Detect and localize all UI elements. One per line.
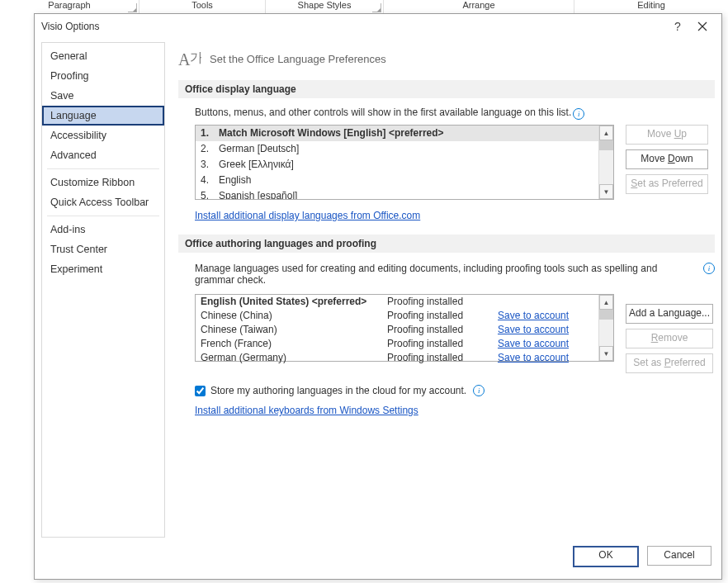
scroll-up-button[interactable]: ▲ (599, 295, 613, 310)
page-heading: A 가 Set the Office Language Preferences (178, 44, 715, 80)
ribbon-label: Paragraph (48, 0, 90, 10)
dialog-launcher-icon[interactable] (372, 3, 381, 12)
scroll-thumb[interactable] (599, 310, 613, 320)
close-button[interactable] (690, 14, 715, 39)
ribbon-label: Editing (637, 0, 665, 10)
display-language-desc: Buttons, menus, and other controls will … (195, 107, 715, 120)
nav-save[interactable]: Save (42, 86, 164, 106)
nav-trust-center[interactable]: Trust Center (42, 239, 164, 259)
nav-qat[interactable]: Quick Access Toolbar (42, 192, 164, 212)
ribbon-group-tools: Tools (139, 0, 266, 13)
store-in-cloud-row: Store my authoring languages in the clou… (195, 385, 715, 396)
nav-experiment[interactable]: Experiment (42, 259, 164, 279)
nav-language[interactable]: Language (42, 106, 164, 126)
list-item[interactable]: 3.Greek [Ελληνικά] (196, 157, 598, 173)
cancel-button[interactable]: Cancel (647, 546, 711, 566)
ribbon-group-shape-styles: Shape Styles (266, 0, 384, 13)
ribbon-label: Tools (191, 0, 213, 10)
nav-advanced[interactable]: Advanced (42, 145, 164, 165)
move-up-button[interactable]: Move Up (626, 125, 708, 145)
ribbon-group-editing: Editing (574, 0, 728, 13)
table-row[interactable]: Chinese (China) Proofing installed Save … (196, 309, 598, 323)
table-row[interactable]: German (Germany) Proofing installed Save… (196, 351, 598, 365)
display-language-list[interactable]: 1.Match Microsoft Windows [English] <pre… (195, 125, 614, 200)
page-heading-text: Set the Office Language Preferences (210, 53, 386, 65)
list-item[interactable]: 2.German [Deutsch] (196, 141, 598, 157)
scroll-down-button[interactable]: ▼ (599, 346, 613, 361)
save-to-account-link[interactable]: Save to account (498, 338, 569, 349)
scrollbar[interactable]: ▲ ▼ (598, 295, 613, 361)
help-button[interactable]: ? (665, 14, 690, 39)
set-preferred-authoring-button[interactable]: Set as Preferred (626, 353, 713, 373)
nav-customize-ribbon[interactable]: Customize Ribbon (42, 173, 164, 192)
section-authoring-header: Office authoring languages and proofing (178, 235, 715, 253)
list-item[interactable]: 5.Spanish [español] (196, 188, 598, 199)
nav-accessibility[interactable]: Accessibility (42, 126, 164, 145)
ribbon-group-paragraph: Paragraph (0, 0, 139, 13)
scrollbar[interactable]: ▲ ▼ (598, 126, 613, 199)
info-icon[interactable]: i (573, 108, 584, 120)
nav-separator (47, 216, 159, 216)
options-dialog: Visio Options ? General Proofing Save La… (34, 13, 722, 580)
ribbon: Paragraph Tools Shape Styles Arrange Edi… (0, 0, 728, 13)
language-page-icon: A 가 (178, 49, 201, 69)
list-item[interactable]: 1.Match Microsoft Windows [English] <pre… (196, 126, 598, 141)
install-display-languages-link[interactable]: Install additional display languages fro… (195, 210, 420, 221)
table-row[interactable]: French (France) Proofing installed Save … (196, 337, 598, 351)
dialog-titlebar: Visio Options ? (35, 14, 721, 39)
svg-text:A: A (178, 50, 191, 69)
ribbon-group-arrange: Arrange (384, 0, 574, 13)
install-keyboards-link[interactable]: Install additional keyboards from Window… (195, 405, 418, 416)
scroll-up-button[interactable]: ▲ (599, 126, 613, 140)
nav-separator (47, 168, 159, 169)
store-in-cloud-checkbox[interactable] (195, 386, 206, 396)
dialog-title: Visio Options (41, 21, 99, 32)
list-item[interactable]: 4.English (196, 173, 598, 188)
save-to-account-link[interactable]: Save to account (498, 310, 569, 321)
nav-general[interactable]: General (42, 46, 164, 66)
nav-proofing[interactable]: Proofing (42, 66, 164, 86)
options-content: A 가 Set the Office Language Preferences … (165, 42, 715, 538)
info-icon[interactable]: i (703, 263, 715, 274)
set-preferred-button[interactable]: Set as Preferred (626, 174, 708, 194)
ok-button[interactable]: OK (573, 546, 639, 567)
table-row[interactable]: Chinese (Taiwan) Proofing installed Save… (196, 323, 598, 337)
move-down-button[interactable]: Move Down (626, 149, 708, 169)
close-icon (697, 21, 707, 31)
svg-text:가: 가 (190, 50, 201, 64)
authoring-desc: Manage languages used for creating and e… (195, 263, 695, 286)
save-to-account-link[interactable]: Save to account (498, 324, 569, 335)
section-display-language-header: Office display language (178, 80, 715, 98)
add-language-button[interactable]: Add a Language... (626, 304, 713, 324)
scroll-thumb[interactable] (599, 140, 613, 150)
options-nav: General Proofing Save Language Accessibi… (41, 42, 165, 538)
ribbon-label: Arrange (462, 0, 494, 10)
table-row[interactable]: English (United States) <preferred> Proo… (196, 295, 598, 309)
dialog-footer: OK Cancel (35, 538, 721, 579)
ribbon-label: Shape Styles (298, 0, 352, 10)
scroll-down-button[interactable]: ▼ (599, 184, 613, 199)
store-in-cloud-label: Store my authoring languages in the clou… (210, 385, 466, 396)
save-to-account-link[interactable]: Save to account (498, 352, 569, 363)
nav-addins[interactable]: Add-ins (42, 220, 164, 239)
info-icon[interactable]: i (473, 385, 485, 396)
dialog-launcher-icon[interactable] (128, 3, 137, 12)
remove-language-button[interactable]: Remove (626, 329, 713, 348)
authoring-language-list[interactable]: English (United States) <preferred> Proo… (195, 294, 614, 362)
